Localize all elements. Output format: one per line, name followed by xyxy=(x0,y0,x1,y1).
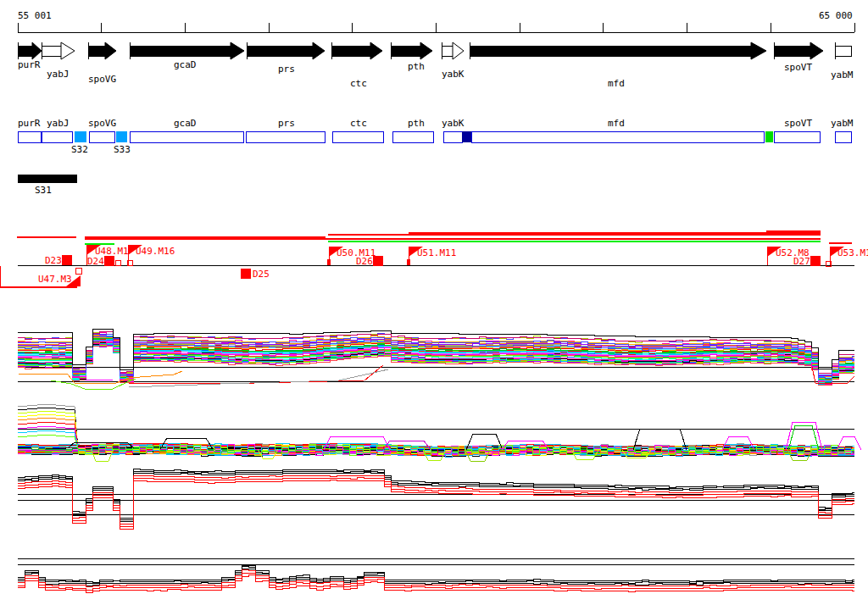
box-label-prs: prs xyxy=(278,119,295,128)
trace-line-panel-4 xyxy=(18,569,854,586)
gene-label-prs: prs xyxy=(278,64,295,74)
flag-label-U47.M3: U47.M3 xyxy=(38,275,72,284)
trace-line-panel-3 xyxy=(18,471,854,519)
gene-arrow-body-spoVT[interactable] xyxy=(774,46,810,56)
gene-arrow-body-purR[interactable] xyxy=(18,46,32,56)
gene-label-yabM: yabM xyxy=(831,70,854,80)
ruler-start-label: 55 001 xyxy=(18,11,52,20)
gene-arrow-body-prs[interactable] xyxy=(247,46,313,56)
flag-label-U51.M11: U51.M11 xyxy=(417,248,456,258)
trace-line-panel-3 xyxy=(18,469,854,518)
gene-arrow-body-pth[interactable] xyxy=(391,46,420,56)
site-square-small[interactable] xyxy=(75,268,81,274)
gene-arrow-head-yabK[interactable] xyxy=(453,42,464,59)
marker-label-S33: S33 xyxy=(114,145,131,154)
profile-extra-panel-1 xyxy=(129,365,383,383)
site-square-D25[interactable] xyxy=(241,269,251,279)
site-label-D23: D23 xyxy=(45,256,62,265)
box-label-yabJ: yabJ xyxy=(47,119,70,128)
gene-arrow-head-prs[interactable] xyxy=(313,42,325,59)
flag-foot xyxy=(327,259,331,265)
flag-foot xyxy=(407,259,410,265)
site-square-D24[interactable] xyxy=(104,256,114,266)
gene-arrow-head-yabJ[interactable] xyxy=(61,42,75,59)
gene-box-purR[interactable] xyxy=(18,131,41,142)
gene-label-yabK: yabK xyxy=(442,69,465,79)
gene-label-yabJ: yabJ xyxy=(47,69,70,79)
gene-arrow-body-yabJ[interactable] xyxy=(42,46,61,56)
site-square-small[interactable] xyxy=(127,260,132,265)
gene-arrow-body-yabM[interactable] xyxy=(835,46,851,56)
flag-label-U53.M16: U53.M16 xyxy=(837,248,868,258)
site-label-D26: D26 xyxy=(356,257,373,266)
genome-browser-view: 55 001 65 000 purRyabJspoVGgcaDprsctcpth… xyxy=(0,0,868,605)
box-label-purR: purR xyxy=(18,119,41,128)
site-label-D24: D24 xyxy=(87,257,104,266)
gene-label-gcaD: gcaD xyxy=(174,60,197,69)
gene-label-spoVT: spoVT xyxy=(784,63,812,72)
gene-box-yabM[interactable] xyxy=(835,131,851,142)
gene-box-gcaD[interactable] xyxy=(130,131,243,142)
site-square-small[interactable] xyxy=(115,260,120,265)
gene-label-mfd: mfd xyxy=(608,79,625,88)
box-label-yabM: yabM xyxy=(831,119,854,128)
gene-arrow-body-gcaD[interactable] xyxy=(130,46,231,56)
box-label-yabK: yabK xyxy=(442,119,465,128)
marker-yabK-internal[interactable] xyxy=(462,131,471,142)
profile-extra-panel-1 xyxy=(18,371,182,383)
gene-box-pth[interactable] xyxy=(392,131,433,142)
box-label-spoVT: spoVT xyxy=(784,119,812,128)
profile-extra-panel-1 xyxy=(129,369,388,387)
gene-label-spoVG: spoVG xyxy=(88,75,116,84)
gene-arrow-body-spoVG[interactable] xyxy=(88,46,105,56)
flag-label-U49.M16: U49.M16 xyxy=(136,247,175,256)
box-label-gcaD: gcaD xyxy=(174,119,197,128)
site-label-D27: D27 xyxy=(793,257,810,266)
segment-label-S31: S31 xyxy=(35,186,52,195)
marker-S32[interactable] xyxy=(75,131,86,142)
box-label-spoVG: spoVG xyxy=(88,119,116,128)
gene-arrow-head-gcaD[interactable] xyxy=(231,42,244,59)
gene-arrow-body-mfd[interactable] xyxy=(470,46,751,56)
site-square-D27[interactable] xyxy=(810,256,821,266)
gene-box-prs[interactable] xyxy=(246,131,325,142)
gene-label-ctc: ctc xyxy=(350,79,367,88)
gene-box-ctc[interactable] xyxy=(332,131,383,142)
flag-label-U48.M1: U48.M1 xyxy=(95,247,129,256)
gene-arrow-head-ctc[interactable] xyxy=(370,42,382,59)
marker-label-S32: S32 xyxy=(71,145,88,154)
gene-arrow-body-yabK[interactable] xyxy=(442,46,453,56)
box-label-ctc: ctc xyxy=(350,119,367,128)
trace-line-panel-4 xyxy=(18,566,854,583)
segment-bar-S31[interactable] xyxy=(18,175,77,183)
gene-box-spoVG[interactable] xyxy=(89,131,114,142)
gene-arrow-head-spoVT[interactable] xyxy=(810,42,823,59)
trace-line-panel-4 xyxy=(18,565,854,582)
gene-arrow-body-ctc[interactable] xyxy=(331,46,370,56)
graphics-canvas xyxy=(0,0,868,605)
gene-box-spoVT[interactable] xyxy=(774,131,820,142)
site-square-D23[interactable] xyxy=(62,255,72,265)
gene-label-pth: pth xyxy=(408,62,425,71)
site-label-D25: D25 xyxy=(253,269,270,279)
gene-arrow-head-pth[interactable] xyxy=(420,42,432,59)
gene-arrow-head-spoVG[interactable] xyxy=(105,42,116,59)
marker-mfd-spoVT-junction[interactable] xyxy=(765,131,773,142)
gene-box-yabJ[interactable] xyxy=(42,131,72,142)
gene-box-yabK[interactable] xyxy=(443,131,462,142)
gene-label-purR: purR xyxy=(18,60,41,69)
gene-arrow-head-purR[interactable] xyxy=(32,42,42,59)
marker-S33[interactable] xyxy=(116,131,127,142)
gene-arrow-head-mfd[interactable] xyxy=(751,42,766,59)
trace-line-panel-3 xyxy=(18,477,854,526)
box-label-pth: pth xyxy=(408,119,425,128)
gene-box-mfd[interactable] xyxy=(471,131,764,142)
trace-line-panel-4 xyxy=(18,569,854,586)
ruler-end-label: 65 000 xyxy=(819,11,853,20)
box-label-mfd: mfd xyxy=(608,119,625,128)
